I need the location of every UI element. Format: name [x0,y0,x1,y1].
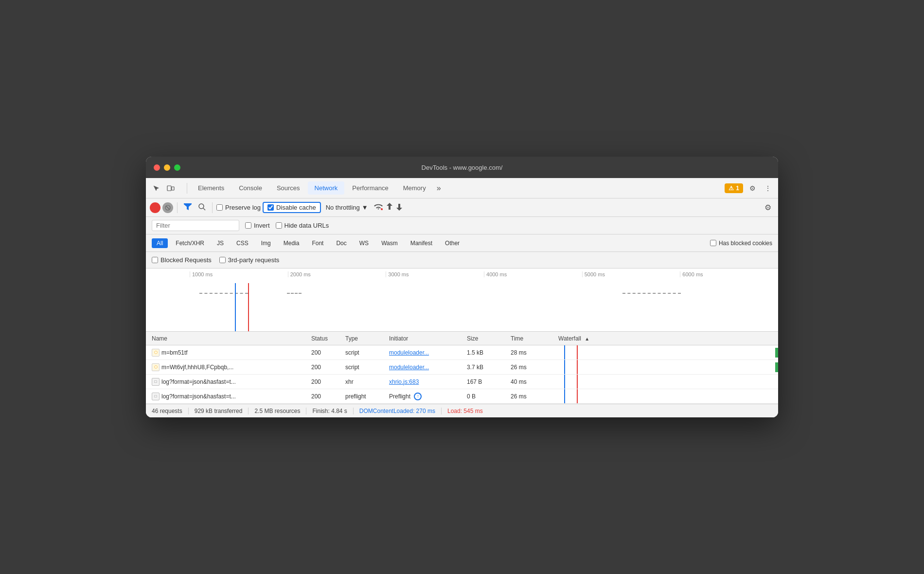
blocked-requests-checkbox[interactable] [152,257,158,263]
notification-count: 1 [736,185,739,192]
table-row[interactable]: □ log?format=json&hasfast=t... 200 xhr x… [146,375,778,389]
tick-5000: 5000 ms [582,271,680,277]
preflight-icon: ↑ [414,393,422,400]
sort-arrow-icon: ▲ [585,336,589,341]
tab-performance[interactable]: Performance [345,181,395,195]
status-transferred: 929 kB transferred [189,408,249,414]
table-row[interactable]: ⬡ m=Wt6vjf,hhhU8,FCpbqb,... 200 script m… [146,360,778,375]
row-status-2: 200 [311,364,345,371]
filter-button[interactable] [181,202,194,213]
row-name-2: ⬡ m=Wt6vjf,hhhU8,FCpbqb,... [146,363,311,371]
invert-checkbox[interactable] [245,222,251,229]
more-tabs-button[interactable]: » [434,183,444,194]
close-button[interactable] [154,164,160,171]
type-filter-js[interactable]: JS [212,238,229,248]
type-filter-other[interactable]: Other [440,238,464,248]
minimize-button[interactable] [164,164,170,171]
upload-icon[interactable] [386,202,393,213]
invert-label[interactable]: Invert [245,222,270,229]
throttle-select[interactable]: No throttling ▼ [323,203,371,212]
dashed-line-3 [622,293,681,294]
clear-button[interactable] [162,202,173,213]
type-filter-fetch-xhr[interactable]: Fetch/XHR [171,238,209,248]
col-header-time[interactable]: Time [511,335,554,342]
dropdown-arrow-icon: ▼ [362,204,368,211]
disable-cache-label[interactable]: Disable cache [267,204,316,211]
gear-icon: ⚙ [749,184,756,192]
svg-rect-1 [172,187,174,190]
extra-filter-bar: Blocked Requests 3rd-party requests [146,252,778,269]
col-header-type[interactable]: Type [345,335,389,342]
more-options-button[interactable]: ⋮ [762,182,774,195]
devtools-panel: Elements Console Sources Network Perform… [146,178,778,417]
preserve-log-checkbox[interactable] [216,204,223,211]
row-type-1: script [345,349,389,356]
type-filter-wasm[interactable]: Wasm [376,238,403,248]
network-settings-button[interactable]: ⚙ [762,201,774,214]
tab-network[interactable]: Network [308,181,345,195]
status-load: Load: 545 ms [442,408,489,414]
wf-red-line-4 [577,389,578,403]
timeline-ruler: 1000 ms 2000 ms 3000 ms 4000 ms 5000 ms … [146,269,778,277]
notification-button[interactable]: ⚠ 1 [725,183,743,193]
table-row[interactable]: □ log?format=json&hasfast=t... 200 prefl… [146,389,778,404]
third-party-label[interactable]: 3rd-party requests [219,256,280,264]
has-blocked-cookies[interactable]: Has blocked cookies [710,240,772,247]
record-button[interactable] [150,202,160,213]
type-filter-manifest[interactable]: Manifest [406,238,437,248]
dashed-line-2 [287,293,302,294]
col-header-status[interactable]: Status [311,335,345,342]
type-filter-media[interactable]: Media [279,238,304,248]
third-party-checkbox[interactable] [219,257,226,263]
preserve-log-label[interactable]: Preserve log [216,204,261,211]
table-row[interactable]: ⬡ m=bm51tf 200 script moduleloader... 1.… [146,345,778,360]
cursor-icon[interactable] [150,182,162,195]
tab-memory[interactable]: Memory [396,181,433,195]
settings-tab-button[interactable]: ⚙ [746,182,759,195]
row-type-3: xhr [345,378,389,385]
tick-6000: 6000 ms [680,271,778,277]
col-header-waterfall[interactable]: Waterfall ▲ [554,335,778,342]
row-size-4: 0 B [467,393,511,400]
download-icon[interactable] [395,202,403,213]
device-toggle-icon[interactable] [164,182,177,195]
col-header-name[interactable]: Name [146,335,311,342]
search-button[interactable] [196,202,208,214]
blocked-requests-label[interactable]: Blocked Requests [152,256,212,264]
type-filter-ws[interactable]: WS [355,238,373,248]
filter-input[interactable] [152,220,239,231]
row-type-4: preflight [345,393,389,400]
status-requests: 46 requests [152,408,189,414]
type-filter-doc[interactable]: Doc [331,238,351,248]
type-filter-css[interactable]: CSS [231,238,253,248]
tab-divider-1 [187,183,187,194]
titlebar: DevTools - www.google.com/ [146,157,778,178]
row-time-2: 26 ms [511,364,554,371]
maximize-button[interactable] [174,164,180,171]
col-header-size[interactable]: Size [467,335,511,342]
table-body: ⬡ m=bm51tf 200 script moduleloader... 1.… [146,345,778,404]
status-finish: Finish: 4.84 s [306,408,353,414]
tab-sources[interactable]: Sources [270,181,307,195]
traffic-lights [154,164,180,171]
disable-cache-checkbox[interactable] [267,204,274,211]
tab-elements[interactable]: Elements [191,181,231,195]
wf-bar-2 [775,362,778,372]
tab-console[interactable]: Console [232,181,269,195]
status-bar: 46 requests 929 kB transferred 2.5 MB re… [146,404,778,417]
type-filter-img[interactable]: Img [256,238,276,248]
type-filter-font[interactable]: Font [307,238,328,248]
tab-end-icons: ⚠ 1 ⚙ ⋮ [725,182,774,195]
row-name-3: □ log?format=json&hasfast=t... [146,378,311,386]
col-header-initiator[interactable]: Initiator [389,335,467,342]
wf-bar-1 [775,348,778,358]
xhr-icon-1: □ [152,378,160,386]
tick-3000: 3000 ms [386,271,484,277]
status-dom-content-loaded: DOMContentLoaded: 270 ms [354,408,442,414]
hide-data-urls-label[interactable]: Hide data URLs [276,222,329,229]
hide-data-urls-checkbox[interactable] [276,222,282,229]
warning-icon: ⚠ [729,185,734,192]
type-filter-all[interactable]: All [152,238,168,248]
has-blocked-cookies-checkbox[interactable] [710,240,716,246]
window-title: DevTools - www.google.com/ [422,164,503,171]
